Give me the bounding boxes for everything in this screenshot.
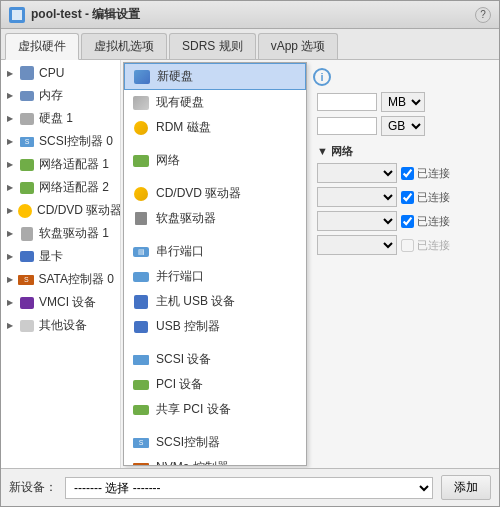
- connected-label-4: 已连接: [401, 238, 450, 253]
- menu-item-existing-disk[interactable]: 现有硬盘: [124, 90, 306, 115]
- menu-item-nvme[interactable]: NVMe 控制器: [124, 455, 306, 466]
- network-section-label: ▼ 网络: [313, 138, 495, 161]
- net-select-2[interactable]: [317, 187, 397, 207]
- menu-item-scsi-dev[interactable]: SCSI 设备: [124, 347, 306, 372]
- menu-item-pci[interactable]: PCI 设备: [124, 372, 306, 397]
- cdrom-menu-icon: [132, 186, 150, 202]
- floppy-menu-icon: [132, 211, 150, 227]
- add-button[interactable]: 添加: [441, 475, 491, 500]
- vmci-icon: [19, 295, 35, 311]
- window-title: pool-test - 编辑设置: [31, 6, 140, 23]
- separator-4: [124, 339, 306, 347]
- menu-item-floppy[interactable]: 软盘驱动器: [124, 206, 306, 231]
- footer-label: 新设备：: [9, 479, 57, 496]
- left-item-network1[interactable]: ▶ 网络适配器 1: [1, 153, 120, 176]
- tab-virtual-hardware[interactable]: 虚拟硬件: [5, 33, 79, 60]
- menu-item-usb-ctrl[interactable]: USB 控制器: [124, 314, 306, 339]
- cpu-icon: [19, 65, 35, 81]
- floppy-icon: [19, 226, 35, 242]
- connected-check-4[interactable]: [401, 239, 414, 252]
- tabs-bar: 虚拟硬件 虚拟机选项 SDRS 规则 vApp 选项: [1, 29, 499, 60]
- net-row-4: 已连接: [313, 233, 495, 257]
- menu-item-network[interactable]: 网络: [124, 148, 306, 173]
- menu-item-new-disk[interactable]: 新硬盘: [124, 63, 306, 90]
- help-button[interactable]: ?: [475, 7, 491, 23]
- cdrom-icon: [17, 203, 33, 219]
- left-item-disk1[interactable]: ▶ 硬盘 1: [1, 107, 120, 130]
- expand-arrow: ▶: [7, 91, 15, 100]
- left-item-other[interactable]: ▶ 其他设备: [1, 314, 120, 337]
- display-icon: [19, 249, 35, 265]
- rdm-disk-icon: [132, 120, 150, 136]
- net-row-2: 已连接: [313, 185, 495, 209]
- tab-sdrs-rules[interactable]: SDRS 规则: [169, 33, 256, 59]
- menu-item-shared-pci[interactable]: 共享 PCI 设备: [124, 397, 306, 422]
- expand-arrow: ▶: [7, 206, 13, 215]
- new-device-select[interactable]: ------- 选择 -------: [65, 477, 433, 499]
- other-icon: [19, 318, 35, 334]
- expand-arrow: ▶: [7, 275, 14, 284]
- title-bar: pool-test - 编辑设置 ?: [1, 1, 499, 29]
- existing-disk-icon: [132, 95, 150, 111]
- title-bar-left: pool-test - 编辑设置: [9, 6, 140, 23]
- content-area: ▶ CPU ▶ 内存 ▶ 硬盘 1 ▶: [1, 60, 499, 468]
- sata-icon: S: [18, 272, 34, 288]
- network-icon: [19, 180, 35, 196]
- menu-item-scsi-ctrl[interactable]: S SCSI控制器: [124, 430, 306, 455]
- main-window: pool-test - 编辑设置 ? 虚拟硬件 虚拟机选项 SDRS 规则 vA…: [0, 0, 500, 507]
- usb-host-icon: [132, 294, 150, 310]
- connected-label-2: 已连接: [401, 190, 450, 205]
- menu-item-rdm-disk[interactable]: RDM 磁盘: [124, 115, 306, 140]
- expand-arrow: ▶: [7, 69, 15, 78]
- shared-pci-icon: [132, 402, 150, 418]
- gb-input[interactable]: [317, 117, 377, 135]
- left-item-display[interactable]: ▶ 显卡: [1, 245, 120, 268]
- separator-5: [124, 422, 306, 430]
- net-select-1[interactable]: [317, 163, 397, 183]
- menu-item-parallel[interactable]: 并行端口: [124, 264, 306, 289]
- left-item-memory[interactable]: ▶ 内存: [1, 84, 120, 107]
- expand-arrow: ▶: [7, 137, 15, 146]
- left-item-scsi0[interactable]: ▶ S SCSI控制器 0: [1, 130, 120, 153]
- parallel-icon: [132, 269, 150, 285]
- scsi-dev-icon: [132, 352, 150, 368]
- disk-icon: [19, 111, 35, 127]
- svg-rect-0: [12, 10, 22, 20]
- expand-arrow: ▶: [7, 252, 15, 261]
- net-row-3: 已连接: [313, 209, 495, 233]
- tab-vm-options[interactable]: 虚拟机选项: [81, 33, 167, 59]
- connected-label-3: 已连接: [401, 214, 450, 229]
- net-select-3[interactable]: [317, 211, 397, 231]
- connected-check-3[interactable]: [401, 215, 414, 228]
- separator-2: [124, 173, 306, 181]
- expand-arrow: ▶: [7, 160, 15, 169]
- left-item-vmci[interactable]: ▶ VMCI 设备: [1, 291, 120, 314]
- add-device-menu: 新硬盘 现有硬盘 RDM 磁盘: [123, 62, 307, 466]
- left-item-network2[interactable]: ▶ 网络适配器 2: [1, 176, 120, 199]
- mb-select[interactable]: MB: [381, 92, 425, 112]
- network-icon: [19, 157, 35, 173]
- gb-select[interactable]: GB: [381, 116, 425, 136]
- mb-input[interactable]: [317, 93, 377, 111]
- menu-item-cdrom[interactable]: CD/DVD 驱动器: [124, 181, 306, 206]
- expand-arrow: ▶: [7, 298, 15, 307]
- footer: 新设备： ------- 选择 ------- 添加: [1, 468, 499, 506]
- left-item-cpu[interactable]: ▶ CPU: [1, 62, 120, 84]
- gb-row: GB: [313, 114, 495, 138]
- connected-check-1[interactable]: [401, 167, 414, 180]
- expand-arrow: ▶: [7, 229, 15, 238]
- left-item-floppy1[interactable]: ▶ 软盘驱动器 1: [1, 222, 120, 245]
- left-item-sata0[interactable]: ▶ S SATA控制器 0: [1, 268, 120, 291]
- info-icon: i: [313, 68, 331, 86]
- usb-ctrl-icon: [132, 319, 150, 335]
- left-item-cdrom1[interactable]: ▶ CD/DVD 驱动器 1: [1, 199, 120, 222]
- left-panel: ▶ CPU ▶ 内存 ▶ 硬盘 1 ▶: [1, 60, 121, 468]
- tab-vapp-options[interactable]: vApp 选项: [258, 33, 339, 59]
- separator-3: [124, 231, 306, 239]
- net-row-1: 已连接: [313, 161, 495, 185]
- menu-item-usb-host[interactable]: 主机 USB 设备: [124, 289, 306, 314]
- connected-check-2[interactable]: [401, 191, 414, 204]
- separator-1: [124, 140, 306, 148]
- net-select-4[interactable]: [317, 235, 397, 255]
- menu-item-serial[interactable]: ▤ 串行端口: [124, 239, 306, 264]
